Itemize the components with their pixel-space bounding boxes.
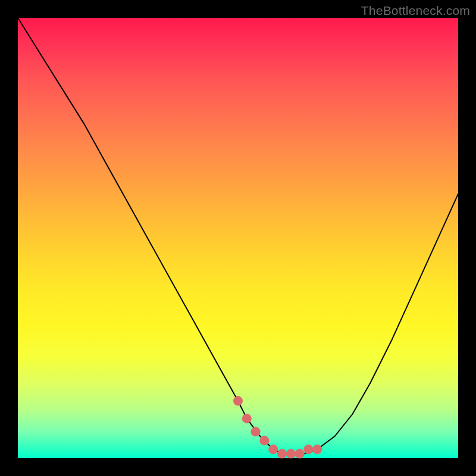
highlight-dots <box>233 396 322 459</box>
highlight-dot <box>312 444 322 454</box>
highlight-dot <box>242 414 252 423</box>
bottleneck-curve <box>18 18 458 454</box>
highlight-dot <box>251 427 261 437</box>
highlight-dot <box>286 449 296 459</box>
chart-svg <box>18 18 458 458</box>
highlight-dot <box>259 436 269 445</box>
highlight-dot <box>295 449 305 459</box>
highlight-dot <box>303 444 313 454</box>
highlight-dot <box>268 444 278 454</box>
watermark-text: TheBottleneck.com <box>361 4 470 18</box>
plot-area <box>18 18 458 458</box>
highlight-dot <box>233 396 243 406</box>
highlight-dot <box>277 449 287 459</box>
chart-stage: TheBottleneck.com <box>0 0 476 476</box>
